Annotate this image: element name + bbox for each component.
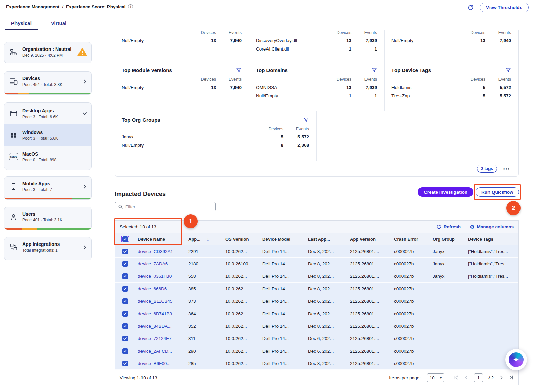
sidebar-card-organization[interactable]: Organization : Neutral Dec 9, 2025 · 4:0… [4, 42, 92, 63]
cell-app-crashes: 352 [186, 324, 223, 329]
filter-icon[interactable] [303, 117, 309, 122]
sidebar-card-devices[interactable]: Devices Poor: 454 · Total: 3.8K [4, 71, 92, 95]
table-row[interactable]: device_7ADA6... 2180 10.0.26100 Dell Pro… [115, 258, 518, 270]
col-header-device-tags[interactable]: Device Tags [465, 237, 518, 242]
next-page-icon[interactable] [499, 375, 504, 380]
devices-stats: Poor: 454 · Total: 3.8K [22, 82, 62, 87]
cell-crash-error: c000027b [391, 274, 430, 279]
cell-device-tags: ["Holdlamis","Tres... [465, 249, 518, 254]
col-header-crash-error[interactable]: Crash Error [391, 237, 430, 242]
sidebar-card-mobile-apps[interactable]: Mobile Apps Poor: 3 · Total: 7 [4, 176, 92, 200]
cell-last-app: Dec 8, 202... [305, 324, 347, 329]
create-investigation-button[interactable]: Create Investigation [418, 187, 473, 197]
chevron-right-icon[interactable] [82, 79, 87, 84]
events-col-header: Events [485, 77, 511, 82]
col-header-org-group[interactable]: Org Group [430, 237, 465, 242]
table-row[interactable]: device_0361FB0 558 10.0.262... Dell Pro … [115, 270, 518, 283]
first-page-icon[interactable] [454, 375, 459, 380]
more-options-icon[interactable]: ⋯ [503, 165, 510, 172]
cell-device-model: Dell Pro 14... [260, 324, 305, 329]
last-page-icon[interactable] [509, 375, 514, 380]
table-row[interactable]: device_CD392A1 2291 10.0.262... Dell Pro… [115, 245, 518, 258]
sidebar-card-users[interactable]: Users Poor: 401 · Total: 3.1K [4, 207, 92, 230]
row-checkbox[interactable] [122, 298, 128, 304]
assistant-fab[interactable] [505, 349, 527, 370]
table-row[interactable]: device_6B741B3 364 10.0.262... Dell Pro … [115, 307, 518, 320]
sidebar-item-macos[interactable]: macOS MacOS Poor: 0 · Total: 898 [4, 146, 91, 167]
refresh-button[interactable]: Refresh [436, 224, 461, 229]
device-name-link[interactable]: device_0361FB0 [138, 274, 172, 279]
device-name-link[interactable]: device_2AFCD... [138, 349, 172, 354]
view-thresholds-button[interactable]: View Thresholds [480, 3, 529, 12]
device-name-link[interactable]: device_6B741B3 [138, 311, 172, 316]
table-row[interactable]: device_B11CB45 373 10.0.262... Dell Pro … [115, 295, 518, 307]
sidebar-card-app-integrations[interactable]: App Integrations Total Integrations: 1 [4, 237, 92, 260]
col-header-device-model[interactable]: Device Model [260, 237, 305, 242]
chevron-down-icon: ▾ [440, 376, 442, 380]
current-page-input[interactable]: 1 [474, 373, 483, 382]
tab-physical[interactable]: Physical [5, 18, 38, 30]
previous-page-icon[interactable] [464, 375, 469, 380]
run-quickflow-button[interactable]: Run Quickflow [476, 187, 519, 197]
table-row[interactable]: device_666D6... 385 10.0.262... Dell Pro… [115, 283, 518, 295]
device-table-body: device_CD392A1 2291 10.0.262... Dell Pro… [115, 245, 518, 370]
sidebar-item-desktop-apps[interactable]: Desktop Apps Poor: 3 · Total: 6.6K [4, 103, 91, 124]
device-name-link[interactable]: device_7ADA6... [138, 261, 172, 266]
row-checkbox[interactable] [122, 311, 128, 317]
sidebar-item-windows[interactable]: Windows Poor: 3 · Total: 5.6K [4, 124, 91, 146]
cell-last-app: Dec 6, 202... [305, 349, 347, 354]
selected-summary: Selected: 10 of 13 [120, 224, 156, 229]
cell-last-app: Dec 6, 202... [305, 336, 347, 341]
filter-icon[interactable] [371, 68, 377, 73]
cell-device-tags: ["Holdlamis","Tres... [465, 274, 518, 279]
stat-row: Janyx 5 5,572 [122, 134, 309, 139]
cell-last-app: Dec 6, 202... [305, 311, 347, 316]
device-name-link[interactable]: device_CD392A1 [138, 249, 173, 254]
refresh-icon[interactable] [468, 5, 474, 11]
col-header-last-app[interactable]: Last App... [305, 237, 347, 242]
tags-chip[interactable]: 2 tags [477, 165, 497, 173]
manage-columns-button[interactable]: ⚙ Manage columns [470, 224, 514, 229]
row-checkbox[interactable] [122, 348, 128, 354]
chevron-down-icon[interactable] [82, 111, 87, 116]
col-header-device-name[interactable]: Device Name [135, 237, 186, 242]
table-row[interactable]: device_B6F00... 285 10.0.262... Dell Pro… [115, 357, 518, 370]
viewing-summary: Viewing 1-10 of 13 [120, 375, 157, 380]
tab-virtual[interactable]: Virtual [44, 18, 73, 30]
filter-icon[interactable] [505, 68, 511, 73]
device-name-link[interactable]: device_84BDA... [138, 324, 172, 329]
filter-icon[interactable] [236, 68, 242, 73]
breadcrumb-experience-management[interactable]: Experience Management [6, 4, 59, 9]
row-checkbox[interactable] [122, 249, 128, 254]
device-name-link[interactable]: device_666D6... [138, 286, 171, 291]
device-name-link[interactable]: device_B6F00... [138, 361, 171, 366]
cell-crash-error: c000027b [391, 361, 430, 366]
filter-input[interactable] [125, 204, 212, 209]
chevron-right-icon[interactable] [82, 244, 87, 250]
chevron-right-icon[interactable] [82, 184, 87, 189]
select-all-checkbox[interactable] [122, 236, 128, 242]
row-checkbox[interactable] [122, 286, 128, 292]
row-checkbox[interactable] [122, 323, 128, 329]
stat-row: Null/Empty 1 1 [256, 93, 377, 98]
device-name-link[interactable]: device_B11CB45 [138, 299, 172, 304]
col-header-os-version[interactable]: OS Version [223, 237, 260, 242]
desktop-apps-stats: Poor: 3 · Total: 6.6K [22, 115, 58, 119]
items-per-page-select[interactable]: 10 ▾ [427, 373, 444, 382]
events-col-header: Events [351, 77, 377, 82]
row-checkbox[interactable] [122, 336, 128, 341]
row-checkbox[interactable] [122, 361, 128, 366]
cell-last-app: Dec 8, 202... [305, 286, 347, 291]
row-checkbox[interactable] [122, 261, 128, 267]
windows-title: Windows [22, 130, 58, 135]
col-header-app-version[interactable]: App Version [347, 237, 391, 242]
device-name-link[interactable]: device_72124E7 [138, 336, 172, 341]
info-icon[interactable]: i [128, 4, 133, 9]
sort-descending-icon[interactable]: ↓ [207, 236, 209, 242]
row-checkbox[interactable] [122, 273, 128, 279]
table-row[interactable]: device_84BDA... 352 10.0.262... Dell Pro… [115, 320, 518, 332]
table-row[interactable]: device_2AFCD... 290 10.0.262... Dell Pro… [115, 345, 518, 357]
table-row[interactable]: device_72124E7 311 10.0.262... Dell Pro … [115, 332, 518, 345]
col-header-app-crashes[interactable]: App... ↓ [186, 236, 223, 242]
stats-row-2: Top Module Versions Devices Events Null/… [115, 62, 518, 111]
